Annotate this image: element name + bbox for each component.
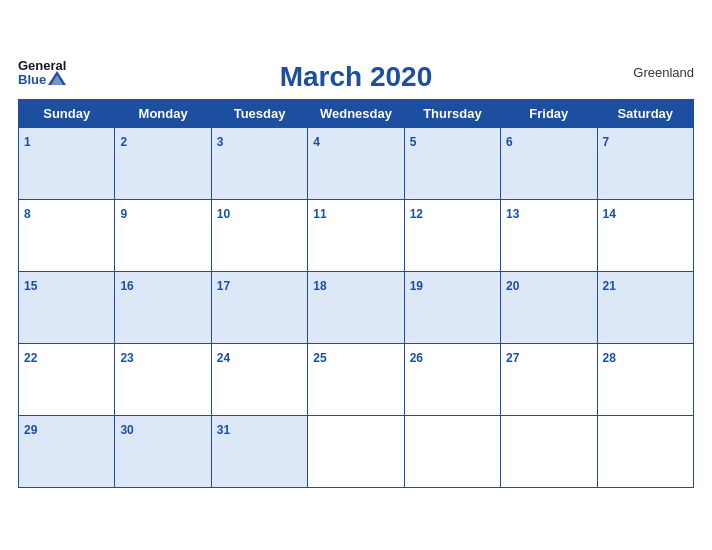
calendar-week-row: 15161718192021	[19, 271, 694, 343]
day-number: 1	[24, 135, 31, 149]
table-row: 2	[115, 127, 211, 199]
table-row: 20	[501, 271, 597, 343]
day-number: 11	[313, 207, 326, 221]
col-friday: Friday	[501, 99, 597, 127]
day-number: 7	[603, 135, 610, 149]
table-row: 25	[308, 343, 404, 415]
month-title: March 2020	[280, 61, 433, 93]
table-row: 13	[501, 199, 597, 271]
day-number: 19	[410, 279, 423, 293]
table-row: 3	[211, 127, 307, 199]
calendar-week-row: 22232425262728	[19, 343, 694, 415]
day-number: 3	[217, 135, 224, 149]
table-row: 15	[19, 271, 115, 343]
day-number: 29	[24, 423, 37, 437]
table-row: 11	[308, 199, 404, 271]
day-number: 9	[120, 207, 127, 221]
day-number: 28	[603, 351, 616, 365]
table-row: 31	[211, 415, 307, 487]
col-tuesday: Tuesday	[211, 99, 307, 127]
day-number: 24	[217, 351, 230, 365]
table-row: 17	[211, 271, 307, 343]
day-number: 5	[410, 135, 417, 149]
col-thursday: Thursday	[404, 99, 500, 127]
day-number: 17	[217, 279, 230, 293]
table-row: 27	[501, 343, 597, 415]
table-row: 1	[19, 127, 115, 199]
table-row: 18	[308, 271, 404, 343]
day-number: 8	[24, 207, 31, 221]
table-row: 9	[115, 199, 211, 271]
table-row: 6	[501, 127, 597, 199]
day-number: 20	[506, 279, 519, 293]
table-row: 21	[597, 271, 693, 343]
col-monday: Monday	[115, 99, 211, 127]
table-row	[597, 415, 693, 487]
table-row	[308, 415, 404, 487]
table-row: 7	[597, 127, 693, 199]
table-row: 30	[115, 415, 211, 487]
table-row: 8	[19, 199, 115, 271]
region-label: Greenland	[633, 65, 694, 80]
day-number: 15	[24, 279, 37, 293]
table-row: 28	[597, 343, 693, 415]
day-number: 13	[506, 207, 519, 221]
day-number: 12	[410, 207, 423, 221]
table-row: 14	[597, 199, 693, 271]
day-number: 30	[120, 423, 133, 437]
calendar-table: Sunday Monday Tuesday Wednesday Thursday…	[18, 99, 694, 488]
logo-blue: Blue	[18, 73, 46, 87]
table-row: 29	[19, 415, 115, 487]
logo-text-block: General Blue	[18, 59, 66, 88]
day-number: 10	[217, 207, 230, 221]
table-row: 23	[115, 343, 211, 415]
day-number: 22	[24, 351, 37, 365]
day-number: 25	[313, 351, 326, 365]
day-number: 16	[120, 279, 133, 293]
calendar-container: General Blue March 2020 Greenland Sunday…	[0, 45, 712, 506]
day-number: 26	[410, 351, 423, 365]
logo-icon	[48, 69, 66, 87]
table-row: 26	[404, 343, 500, 415]
day-number: 2	[120, 135, 127, 149]
day-number: 21	[603, 279, 616, 293]
table-row: 4	[308, 127, 404, 199]
calendar-week-row: 891011121314	[19, 199, 694, 271]
day-number: 23	[120, 351, 133, 365]
weekday-header-row: Sunday Monday Tuesday Wednesday Thursday…	[19, 99, 694, 127]
table-row: 16	[115, 271, 211, 343]
table-row: 5	[404, 127, 500, 199]
col-wednesday: Wednesday	[308, 99, 404, 127]
table-row: 22	[19, 343, 115, 415]
col-saturday: Saturday	[597, 99, 693, 127]
table-row	[404, 415, 500, 487]
day-number: 31	[217, 423, 230, 437]
table-row: 24	[211, 343, 307, 415]
calendar-week-row: 293031	[19, 415, 694, 487]
col-sunday: Sunday	[19, 99, 115, 127]
table-row: 19	[404, 271, 500, 343]
day-number: 18	[313, 279, 326, 293]
table-row: 10	[211, 199, 307, 271]
table-row	[501, 415, 597, 487]
day-number: 4	[313, 135, 320, 149]
calendar-week-row: 1234567	[19, 127, 694, 199]
calendar-header: General Blue March 2020 Greenland	[18, 55, 694, 93]
day-number: 27	[506, 351, 519, 365]
logo-area: General Blue	[18, 59, 66, 88]
day-number: 14	[603, 207, 616, 221]
table-row: 12	[404, 199, 500, 271]
day-number: 6	[506, 135, 513, 149]
